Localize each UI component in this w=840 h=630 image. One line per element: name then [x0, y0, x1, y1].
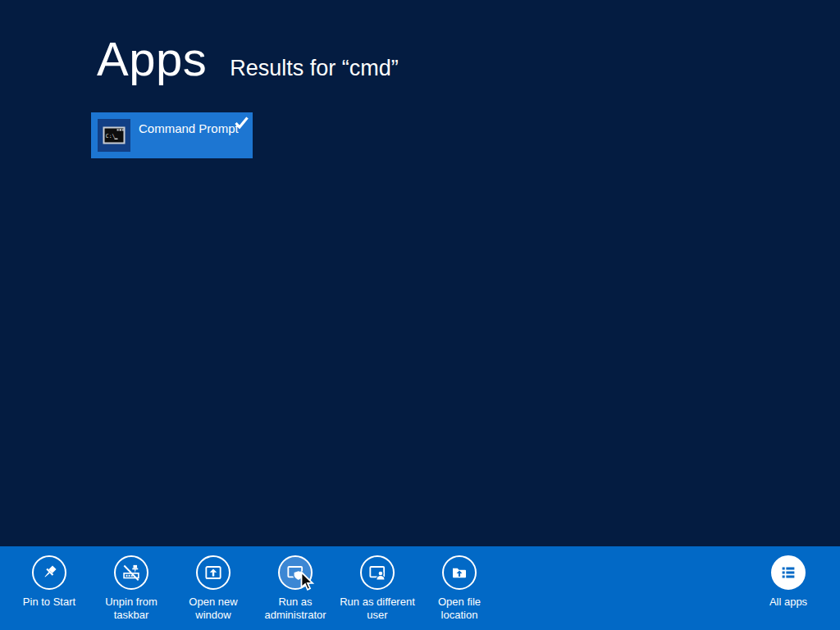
run-as-administrator-button[interactable]: Run as administrator: [254, 546, 336, 622]
open-new-window-button[interactable]: Open new window: [172, 546, 254, 622]
search-result-tile-command-prompt[interactable]: C:\ Command Prompt: [91, 112, 253, 158]
open-new-window-label: Open new window: [173, 596, 253, 622]
command-prompt-icon: C:\: [98, 119, 130, 152]
pin-to-start-label: Pin to Start: [23, 596, 75, 609]
app-bar-left-group: Pin to Start Unpin from taskbar: [8, 546, 500, 622]
open-file-location-icon: [442, 555, 477, 590]
run-as-different-user-label: Run as different user: [337, 596, 418, 622]
unpin-taskbar-icon: [114, 555, 148, 590]
results-subtitle: Results for “cmd”: [230, 56, 399, 81]
open-file-location-button[interactable]: Open file location: [418, 546, 500, 622]
app-bar-right-group: All apps: [747, 546, 829, 609]
unpin-from-taskbar-button[interactable]: Unpin from taskbar: [90, 546, 172, 622]
results-header: Apps Results for “cmd”: [97, 31, 399, 86]
tile-label: Command Prompt: [139, 121, 239, 135]
run-as-administrator-label: Run as administrator: [255, 596, 336, 622]
run-as-different-user-icon: [360, 555, 395, 590]
all-apps-label: All apps: [769, 596, 807, 609]
app-bar: Pin to Start Unpin from taskbar: [0, 546, 840, 630]
all-apps-button[interactable]: All apps: [747, 546, 829, 609]
page-title: Apps: [97, 31, 207, 86]
checkmark-icon: [235, 116, 249, 129]
run-as-different-user-button[interactable]: Run as different user: [336, 546, 418, 622]
open-new-window-icon: [196, 555, 231, 590]
pin-to-start-button[interactable]: Pin to Start: [8, 546, 90, 622]
run-as-admin-shield-icon: [278, 555, 313, 590]
svg-text:C:\: C:\: [106, 133, 116, 139]
unpin-from-taskbar-label: Unpin from taskbar: [91, 596, 171, 622]
all-apps-list-icon: [771, 555, 806, 590]
open-file-location-label: Open file location: [419, 596, 500, 622]
pin-icon: [32, 555, 66, 590]
